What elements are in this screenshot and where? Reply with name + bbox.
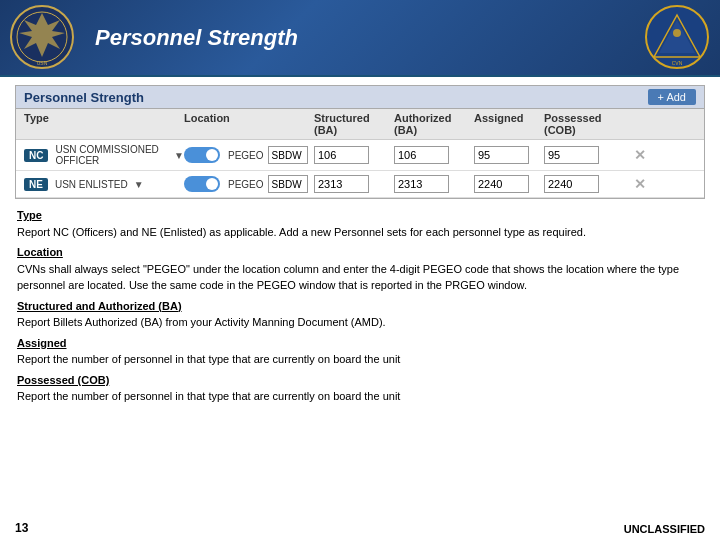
row2-structured-cell xyxy=(314,175,394,193)
row2-badge: NE xyxy=(24,178,48,191)
row1-structured-cell xyxy=(314,146,394,164)
location-help: Location CVNs shall always select "PEGEO… xyxy=(17,244,703,294)
row1-possessed-input[interactable] xyxy=(544,146,599,164)
type-text: Report NC (Officers) and NE (Enlisted) a… xyxy=(17,226,586,238)
type-heading: Type xyxy=(17,209,42,221)
row2-sbdw-input[interactable] xyxy=(268,175,308,193)
row1-authorized-input[interactable] xyxy=(394,146,449,164)
row1-authorized-cell xyxy=(394,146,474,164)
row2-authorized-input[interactable] xyxy=(394,175,449,193)
row2-toggle-knob xyxy=(206,178,218,190)
row1-type-badge: NC USN COMMISSIONED OFFICER ▼ xyxy=(24,144,184,166)
row1-toggle[interactable] xyxy=(184,147,220,163)
svg-text:USN: USN xyxy=(37,60,48,66)
row1-delete-button[interactable]: ✕ xyxy=(634,147,646,163)
page-header: USN Personnel Strength CVN xyxy=(0,0,720,75)
table-row: NC USN COMMISSIONED OFFICER ▼ PEGEO xyxy=(16,140,704,171)
row2-structured-input[interactable] xyxy=(314,175,369,193)
row1-structured-input[interactable] xyxy=(314,146,369,164)
row1-dropdown-arrow[interactable]: ▼ xyxy=(174,150,184,161)
row2-authorized-cell xyxy=(394,175,474,193)
row2-type-label: USN ENLISTED xyxy=(55,179,128,190)
col-header-structured: Structured (BA) xyxy=(314,112,394,136)
structured-text: Report Billets Authorized (BA) from your… xyxy=(17,316,386,328)
row2-toggle[interactable] xyxy=(184,176,220,192)
row1-assigned-input[interactable] xyxy=(474,146,529,164)
row2-action-cell: ✕ xyxy=(634,176,654,192)
col-header-assigned: Assigned xyxy=(474,112,544,136)
possessed-help: Possessed (COB) Report the number of per… xyxy=(17,372,703,405)
ps-column-headers: Type Location Structured (BA) Authorized… xyxy=(16,109,704,140)
col-header-location: Location xyxy=(184,112,314,136)
row1-location-cell: PEGEO xyxy=(184,146,314,164)
assigned-heading: Assigned xyxy=(17,337,67,349)
left-logo: USN xyxy=(10,5,75,70)
location-text: CVNs shall always select "PEGEO" under t… xyxy=(17,263,679,292)
row1-type-label: USN COMMISSIONED OFFICER xyxy=(55,144,168,166)
location-heading: Location xyxy=(17,246,63,258)
structured-help: Structured and Authorized (BA) Report Bi… xyxy=(17,298,703,331)
row2-location-cell: PEGEO xyxy=(184,175,314,193)
add-button[interactable]: + Add xyxy=(648,89,696,105)
row1-sbdw-input[interactable] xyxy=(268,146,308,164)
svg-text:CVN: CVN xyxy=(672,60,683,66)
possessed-text: Report the number of personnel in that t… xyxy=(17,390,400,402)
svg-point-7 xyxy=(673,29,681,37)
row2-assigned-input[interactable] xyxy=(474,175,529,193)
page-number: 13 xyxy=(15,521,28,535)
col-header-authorized: Authorized (BA) xyxy=(394,112,474,136)
page-footer: 13 UNCLASSIFIED xyxy=(0,521,720,535)
row1-toggle-knob xyxy=(206,149,218,161)
possessed-heading: Possessed (COB) xyxy=(17,374,109,386)
structured-heading: Structured and Authorized (BA) xyxy=(17,300,182,312)
ps-section-title: Personnel Strength xyxy=(24,90,144,105)
row1-possessed-cell xyxy=(544,146,634,164)
row1-assigned-cell xyxy=(474,146,544,164)
assigned-text: Report the number of personnel in that t… xyxy=(17,353,400,365)
row1-action-cell: ✕ xyxy=(634,147,654,163)
assigned-help: Assigned Report the number of personnel … xyxy=(17,335,703,368)
personnel-strength-section: Personnel Strength + Add Type Location S… xyxy=(15,85,705,199)
page-title: Personnel Strength xyxy=(95,25,298,51)
row2-type-cell: NE USN ENLISTED ▼ xyxy=(24,178,184,191)
type-help: Type Report NC (Officers) and NE (Enlist… xyxy=(17,207,703,240)
right-logo: CVN xyxy=(645,5,710,70)
ps-section-header: Personnel Strength + Add xyxy=(16,86,704,109)
row1-toggle-label: PEGEO xyxy=(228,150,264,161)
row2-toggle-label: PEGEO xyxy=(228,179,264,190)
row2-assigned-cell xyxy=(474,175,544,193)
row2-dropdown-arrow[interactable]: ▼ xyxy=(134,179,144,190)
row2-delete-button[interactable]: ✕ xyxy=(634,176,646,192)
row1-badge: NC xyxy=(24,149,48,162)
row2-possessed-cell xyxy=(544,175,634,193)
row2-type-badge: NE USN ENLISTED ▼ xyxy=(24,178,144,191)
classification-label: UNCLASSIFIED xyxy=(624,523,705,535)
row1-type-cell: NC USN COMMISSIONED OFFICER ▼ xyxy=(24,144,184,166)
col-header-type: Type xyxy=(24,112,184,136)
main-content: Personnel Strength + Add Type Location S… xyxy=(0,77,720,414)
row2-possessed-input[interactable] xyxy=(544,175,599,193)
col-header-possessed: Possessed (COB) xyxy=(544,112,634,136)
help-text-section: Type Report NC (Officers) and NE (Enlist… xyxy=(15,207,705,405)
table-row: NE USN ENLISTED ▼ PEGEO xyxy=(16,171,704,198)
